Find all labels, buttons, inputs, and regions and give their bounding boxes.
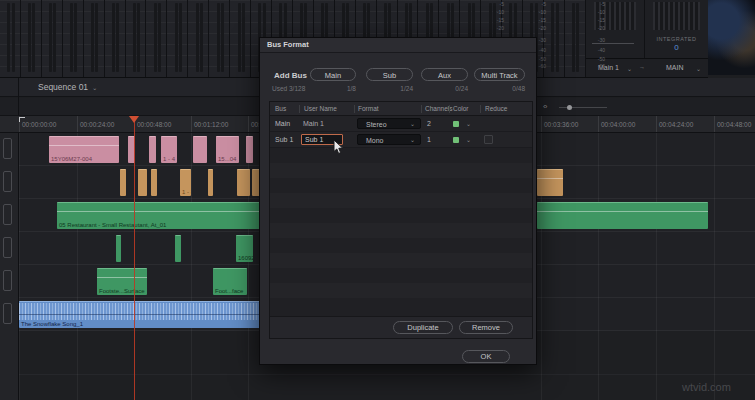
db-scale[interactable]: -5-10-15-20-30-40-50-60 <box>593 0 605 70</box>
audio-clip[interactable] <box>138 169 147 196</box>
audio-clip[interactable] <box>537 202 708 229</box>
format-select[interactable]: Stereo⌄ <box>357 118 421 129</box>
audio-clip[interactable] <box>193 136 207 163</box>
loudness-meter <box>653 2 700 30</box>
channel-meter[interactable] <box>209 0 230 77</box>
bus-count[interactable]: 1/8 <box>347 85 356 92</box>
timeline-gridline[interactable] <box>191 133 192 400</box>
bus-count[interactable]: 0/24 <box>455 85 468 92</box>
clip-label: Foot...face <box>215 288 243 294</box>
zoom-horizontal-icon[interactable]: ‹› <box>543 102 546 111</box>
bus-count[interactable]: 0/48 <box>512 85 525 92</box>
channel-meter[interactable] <box>84 0 105 77</box>
chevron-down-icon[interactable]: ⌄ <box>466 120 471 127</box>
channel-meter[interactable] <box>230 0 251 77</box>
audio-clip[interactable] <box>537 169 563 196</box>
selection-start-marker <box>19 117 25 122</box>
track-header-control[interactable] <box>3 303 12 324</box>
playhead-line[interactable] <box>134 116 135 400</box>
track-header-control[interactable] <box>3 204 12 225</box>
column-header: User Name <box>304 105 337 112</box>
add-bus-main-button[interactable]: Main <box>310 68 356 81</box>
add-bus-sub-button[interactable]: Sub <box>366 68 413 81</box>
clip-label: 1 - 4 <box>163 156 175 162</box>
format-select[interactable]: Mono⌄ <box>357 134 421 145</box>
channel-meter[interactable] <box>126 0 147 77</box>
bus-color-swatch[interactable] <box>453 137 459 143</box>
track-header-control[interactable] <box>3 138 12 159</box>
audio-clip[interactable] <box>116 235 121 262</box>
user-name[interactable]: Main 1 <box>303 120 324 127</box>
channel-meter[interactable] <box>146 0 167 77</box>
audio-clip[interactable]: 1 - 4 <box>161 136 177 163</box>
empty-bus-row[interactable] <box>270 193 532 208</box>
channel-meter[interactable] <box>21 0 42 77</box>
empty-bus-row[interactable] <box>270 178 532 193</box>
channel-meter[interactable] <box>565 0 586 77</box>
arrow-right-icon: → <box>639 64 645 70</box>
timeline-gridline[interactable] <box>656 133 657 400</box>
chevron-down-icon[interactable]: ⌄ <box>696 65 701 72</box>
timeline-gridline[interactable] <box>714 133 715 400</box>
audio-clip[interactable]: Footste...Surface <box>97 268 147 295</box>
channel-meter[interactable] <box>63 0 84 77</box>
chevron-down-icon[interactable]: ⌄ <box>466 136 471 143</box>
empty-bus-row[interactable] <box>270 238 532 253</box>
audio-clip[interactable] <box>120 169 126 196</box>
chevron-down-icon: ⌄ <box>410 136 415 143</box>
audio-clip[interactable] <box>208 169 213 196</box>
clip-label: 05 Restaurant - Small Restautant, At_01 <box>59 222 166 228</box>
track-header-control[interactable] <box>3 237 12 258</box>
fairlight-page: -5-10-15-20-30-40-50-60-5-10-15-20-30-40… <box>0 0 755 400</box>
bus-table-footer: Duplicate Remove <box>270 316 532 338</box>
bus-color-swatch[interactable] <box>453 121 459 127</box>
empty-bus-row[interactable] <box>270 283 532 298</box>
audio-clip[interactable] <box>175 235 181 262</box>
audio-clip[interactable]: 1 - 8 <box>180 169 191 196</box>
sequence-selector[interactable]: Sequence 01⌄ <box>38 82 98 92</box>
channel-count: 2 <box>427 120 431 127</box>
channel-meter[interactable] <box>105 0 126 77</box>
empty-bus-row[interactable] <box>270 253 532 268</box>
channel-meter[interactable] <box>42 0 63 77</box>
audio-clip[interactable]: 05 Restaurant - Small Restautant, At_01 <box>57 202 260 229</box>
zoom-slider-handle[interactable] <box>567 105 572 110</box>
add-bus-multi-track-button[interactable]: Multi Track <box>474 68 525 81</box>
track-header-control[interactable] <box>3 171 12 192</box>
channel-meter[interactable] <box>0 0 21 77</box>
bus-row[interactable]: Sub 1Mono⌄1⌄ <box>270 132 532 148</box>
duplicate-button[interactable]: Duplicate <box>393 321 453 334</box>
empty-bus-row[interactable] <box>270 298 532 313</box>
monitor-dest-select[interactable]: MAIN <box>666 64 684 71</box>
audio-clip[interactable] <box>246 136 253 163</box>
audio-clip[interactable] <box>151 169 157 196</box>
audio-clip[interactable]: The Snowflake Song_1 <box>19 301 265 328</box>
channel-meter[interactable] <box>188 0 209 77</box>
timeline-gridline[interactable] <box>77 133 78 400</box>
audio-clip[interactable]: 16092 <box>236 235 253 262</box>
ok-button[interactable]: OK <box>462 350 510 363</box>
channel-meter[interactable] <box>167 0 188 77</box>
audio-clip[interactable]: 15...04 <box>216 136 239 163</box>
channel-meter[interactable] <box>544 0 565 77</box>
reduce-checkbox[interactable] <box>484 135 493 144</box>
bus-row[interactable]: MainMain 1Stereo⌄2⌄ <box>270 116 532 132</box>
remove-button[interactable]: Remove <box>459 321 513 334</box>
chevron-down-icon[interactable]: ⌄ <box>627 65 632 72</box>
empty-bus-row[interactable] <box>270 268 532 283</box>
playhead-handle[interactable] <box>129 116 139 123</box>
timeline-gridline[interactable] <box>598 133 599 400</box>
bus-count[interactable]: 1/24 <box>400 85 413 92</box>
audio-clip[interactable] <box>149 136 156 163</box>
empty-bus-row[interactable] <box>270 163 532 178</box>
audio-clip[interactable] <box>237 169 250 196</box>
audio-clip[interactable]: Foot...face <box>213 268 247 295</box>
empty-bus-row[interactable] <box>270 148 532 163</box>
empty-bus-row[interactable] <box>270 208 532 223</box>
track-header-control[interactable] <box>3 270 12 291</box>
add-bus-aux-button[interactable]: Aux <box>421 68 468 81</box>
timeline-gridline[interactable] <box>19 133 20 400</box>
audio-clip[interactable]: 15Y06M27-004 <box>49 136 119 163</box>
dialog-title[interactable]: Bus Format <box>260 38 536 53</box>
empty-bus-row[interactable] <box>270 223 532 238</box>
